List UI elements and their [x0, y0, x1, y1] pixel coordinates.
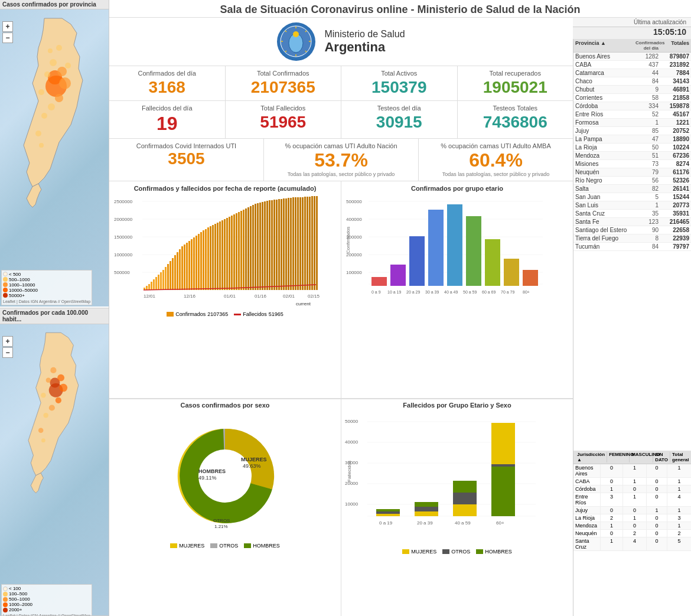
svg-rect-76	[205, 229, 207, 290]
table-row: Santiago del Estero9022658	[573, 226, 691, 234]
svg-point-19	[46, 377, 51, 382]
svg-text:40000: 40000	[345, 439, 358, 445]
svg-rect-118	[304, 197, 306, 290]
last-update-time: 15:05:10	[573, 27, 691, 39]
svg-rect-181	[376, 511, 400, 514]
svg-text:60+: 60+	[496, 520, 504, 526]
total-tests-box: Testeos Totales 7436806	[458, 101, 573, 138]
table-row: Buenos Aires1282879807	[573, 53, 691, 61]
svg-rect-123	[316, 196, 318, 290]
svg-rect-143	[371, 277, 387, 286]
svg-rect-83	[221, 220, 223, 290]
svg-rect-56	[158, 275, 159, 290]
deaths-table-row: Mendoza 1 0 0 1	[573, 522, 691, 530]
svg-text:60 a 69: 60 a 69	[482, 290, 496, 294]
cumulative-chart-svg: 2500000 2000000 1500000 1000000 500000	[113, 194, 320, 309]
svg-rect-82	[219, 221, 221, 290]
svg-rect-77	[207, 227, 209, 290]
svg-rect-58	[162, 270, 164, 290]
svg-rect-113	[292, 197, 294, 290]
deaths-table-row: Entre Ríos 3 1 0 4	[573, 493, 691, 507]
svg-point-22	[43, 413, 48, 418]
svg-rect-180	[376, 514, 400, 516]
svg-rect-92	[243, 210, 245, 290]
deaths-table-row: CABA 0 1 0 1	[573, 478, 691, 485]
map1-zoom-out[interactable]: −	[2, 32, 13, 43]
svg-point-21	[49, 405, 55, 410]
svg-rect-186	[453, 504, 477, 516]
table-row: Chaco8434143	[573, 77, 691, 86]
deaths-table-row: Buenos Aires 0 1 0 1	[573, 464, 691, 478]
table-row: Misiones738274	[573, 160, 691, 168]
svg-rect-122	[314, 196, 315, 290]
svg-rect-85	[226, 218, 228, 290]
svg-rect-107	[278, 199, 280, 290]
svg-rect-190	[491, 423, 515, 464]
table-row: Corrientes5821858	[573, 94, 691, 102]
svg-rect-102	[266, 201, 268, 290]
svg-point-8	[59, 77, 71, 89]
map2-legend: < 100 100–500 500–1000 1000–2000 2000+ L…	[1, 584, 92, 616]
svg-point-25	[38, 428, 43, 432]
svg-rect-117	[302, 197, 304, 290]
svg-rect-108	[281, 199, 282, 290]
svg-rect-63	[174, 255, 176, 290]
map2-title: Confirmados por cada 100.000 habit...	[0, 308, 109, 324]
table-row: San Luis120773	[573, 201, 691, 210]
svg-rect-121	[311, 196, 313, 290]
svg-point-9	[38, 89, 44, 95]
svg-text:80+: 80+	[523, 290, 530, 294]
map2-zoom-in[interactable]: +	[2, 336, 13, 347]
svg-text:02/15: 02/15	[308, 294, 320, 299]
svg-text:OTROS: OTROS	[213, 518, 230, 523]
svg-text:Fallecidos: Fallecidos	[347, 461, 352, 482]
map1-title: Casos confirmados por provincia	[0, 0, 109, 9]
svg-rect-151	[523, 270, 538, 286]
svg-rect-101	[264, 201, 266, 290]
svg-rect-150	[504, 259, 519, 286]
svg-rect-109	[283, 198, 285, 290]
svg-rect-73	[198, 234, 200, 290]
sex-chart-section: Casos confirmados por sexo	[109, 399, 341, 616]
svg-text:Confirmados: Confirmados	[346, 227, 351, 253]
deaths-sex-chart-svg: 50000 40000 30000 20000 10000 Fallecidos	[344, 411, 539, 547]
svg-point-17	[57, 374, 64, 381]
svg-rect-120	[309, 197, 311, 290]
svg-text:01/01: 01/01	[224, 294, 236, 299]
svg-rect-183	[415, 511, 438, 516]
svg-rect-88	[233, 214, 235, 290]
svg-rect-81	[217, 223, 219, 290]
svg-rect-89	[236, 213, 237, 290]
svg-point-2	[57, 67, 67, 76]
deaths-table-row: La Rioja 2 1 0 3	[573, 514, 691, 522]
svg-rect-95	[250, 206, 252, 290]
table-row: Córdoba334159878	[573, 102, 691, 110]
map2-zoom-out[interactable]: −	[2, 347, 13, 358]
table-row: Entre Ríos5245167	[573, 110, 691, 119]
svg-rect-94	[247, 207, 249, 290]
table-row: Santa Fe123216465	[573, 218, 691, 226]
total-recovered-box: Total recuperados 1905021	[458, 66, 573, 100]
deaths-table-row: Córdoba 1 0 0 1	[573, 485, 691, 493]
svg-text:70 a 79: 70 a 79	[501, 290, 514, 294]
svg-rect-187	[453, 493, 477, 504]
svg-rect-51	[146, 286, 148, 290]
last-update-label: Última actualización	[573, 18, 691, 27]
map1-zoom-in[interactable]: +	[2, 21, 13, 32]
svg-rect-114	[295, 197, 296, 290]
svg-text:0 a 9: 0 a 9	[371, 290, 381, 294]
uti-amba-box: % ocupación camas UTI Adulto AMBA 60.4% …	[419, 139, 573, 181]
svg-rect-74	[200, 232, 202, 290]
svg-text:HOMBRES: HOMBRES	[198, 468, 226, 474]
svg-text:500000: 500000	[346, 199, 362, 204]
svg-point-6	[48, 103, 55, 110]
svg-text:400000: 400000	[346, 217, 362, 222]
svg-text:2000000: 2000000	[114, 217, 133, 222]
svg-rect-105	[273, 200, 275, 290]
table-row: CABA437231892	[573, 61, 691, 69]
table-header: Provincia ▲ Confirmados del día Totales	[573, 39, 691, 53]
svg-rect-91	[240, 211, 242, 290]
deaths-table-row: Santa Cruz 1 4 0 5	[573, 537, 691, 551]
svg-rect-115	[297, 197, 299, 290]
svg-point-11	[56, 45, 62, 51]
